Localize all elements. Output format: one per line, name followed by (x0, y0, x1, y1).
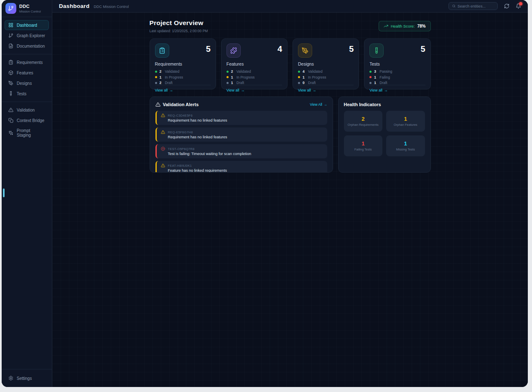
status-dot (369, 82, 372, 84)
stat-label: Tests (369, 61, 425, 66)
status-count: 1 (160, 75, 163, 79)
indicator-value: 1 (361, 141, 364, 146)
indicator-orphan-requirements: 2 Orphan Requirements (344, 111, 383, 132)
page-header-subtitle: DDC Mission Control (94, 5, 129, 9)
health-indicators-title: Health Indicators (344, 102, 381, 107)
sidebar-scrollbar-thumb[interactable] (3, 188, 5, 197)
status-label: Validated (237, 69, 251, 74)
search-box[interactable] (448, 2, 498, 10)
stat-label: Designs (298, 61, 354, 66)
indicator-label: Failing Tests (354, 148, 372, 151)
alert-item[interactable]: REQ-C3D4E5F6 Requirement has no linked f… (155, 111, 327, 125)
page-title: Project Overview (150, 19, 208, 27)
sidebar-group-entities: Requirements Features Designs Tests (2, 54, 52, 102)
sidebar-item-context-bridge[interactable]: Context Bridge (5, 115, 49, 125)
sidebar-item-designs[interactable]: Designs (5, 78, 49, 88)
package-icon (8, 70, 13, 75)
status-dot (155, 82, 157, 84)
pen-tool-icon (8, 81, 13, 86)
clipboard-icon (8, 60, 13, 65)
stat-label: Features (227, 61, 282, 66)
alert-triangle-icon (8, 107, 13, 112)
sidebar-item-label: Graph Explorer (17, 33, 45, 38)
indicator-label: Orphan Features (394, 123, 417, 127)
view-all-requirements-link[interactable]: View all→ (155, 85, 211, 92)
arrow-right-icon: → (384, 88, 388, 92)
status-count: 1 (231, 81, 234, 85)
stat-total: 5 (420, 45, 425, 53)
view-all-designs-link[interactable]: View all→ (298, 85, 354, 92)
view-all-alerts-link[interactable]: View All→ (310, 102, 327, 107)
status-count: 1 (374, 81, 377, 85)
view-all-tests-link[interactable]: View all→ (369, 85, 425, 92)
stat-total: 4 (277, 45, 282, 53)
test-tube-icon (373, 47, 380, 54)
main-column: Dashboard DDC Mission Control (52, 0, 528, 387)
status-label: Passing (379, 69, 392, 74)
sidebar-item-requirements[interactable]: Requirements (5, 57, 49, 67)
alert-entity-id: REQ-E5F6G7H8 (168, 130, 193, 134)
sidebar-item-label: Dashboard (17, 23, 37, 28)
validation-alerts-panel: Validation Alerts View All→ REQ-C3D4E5F6 (150, 97, 333, 173)
indicator-value: 1 (404, 141, 407, 146)
clipboard-icon (159, 47, 165, 54)
status-dot (369, 76, 372, 78)
copy-icon (8, 118, 13, 123)
status-row: 1 In Progress (298, 75, 354, 79)
indicator-orphan-features: 1 Orphan Features (386, 111, 425, 132)
status-count: 1 (231, 75, 234, 79)
page-header-title: Dashboard (59, 3, 89, 9)
sidebar-footer: Settings (2, 369, 52, 387)
sparkles-icon (8, 130, 13, 135)
arrow-right-icon: → (241, 88, 245, 92)
alert-message: Test is failing: Timeout waiting for sca… (168, 152, 323, 156)
brand-name: DDC (19, 4, 41, 9)
status-label: Draft (379, 81, 387, 85)
alert-item[interactable]: TEST-O5P6Q7R8 Test is failing: Timeout w… (155, 144, 327, 158)
notification-badge (519, 2, 522, 5)
health-score-badge: Health Score: 78% (379, 21, 431, 31)
sidebar-item-label: Requirements (17, 60, 43, 65)
arrow-right-icon: → (169, 88, 173, 92)
sidebar-item-settings[interactable]: Settings (5, 373, 49, 383)
sidebar-item-documentation[interactable]: Documentation (5, 41, 49, 51)
status-count: 2 (160, 69, 163, 74)
warning-triangle-icon (161, 163, 165, 168)
status-label: Draft (237, 81, 244, 85)
view-all-features-link[interactable]: View all→ (227, 85, 282, 92)
status-row: 1 In Progress (155, 75, 211, 79)
sidebar-item-validation[interactable]: Validation (5, 105, 49, 115)
status-row: 1 Draft (227, 81, 282, 85)
status-dot (227, 82, 229, 84)
gear-icon (8, 376, 13, 381)
validation-alerts-title: Validation Alerts (155, 102, 199, 107)
brand-block[interactable]: DDC Mission Control (2, 0, 52, 17)
refresh-button[interactable] (504, 3, 509, 9)
sidebar-item-features[interactable]: Features (5, 68, 49, 78)
status-dot (155, 71, 157, 73)
sidebar-item-prompt-staging[interactable]: Prompt Staging (5, 126, 49, 140)
layout-grid-icon (8, 23, 13, 28)
status-count: 2 (160, 81, 163, 85)
alert-entity-id: FEAT-H8I9J0K1 (168, 164, 192, 168)
warning-triangle-icon (161, 130, 165, 134)
status-count: 4 (303, 69, 305, 74)
sidebar-item-graph-explorer[interactable]: Graph Explorer (5, 31, 49, 41)
sidebar-item-label: Tests (17, 92, 26, 96)
indicator-missing-tests: 1 Missing Tests (386, 135, 425, 156)
status-label: Draft (308, 81, 316, 85)
search-input[interactable] (458, 4, 494, 8)
health-score-label: Health Score: (391, 24, 415, 28)
stat-card-designs: 5 Designs 4 Validated 1 (293, 38, 359, 89)
alert-message: Requirement has no linked features (168, 135, 323, 139)
status-dot (369, 71, 372, 73)
alert-item[interactable]: FEAT-H8I9J0K1 Feature has no linked requ… (155, 161, 327, 173)
puzzle-icon (230, 47, 237, 54)
sidebar-item-tests[interactable]: Tests (5, 89, 49, 99)
indicator-label: Missing Tests (396, 148, 415, 151)
notifications-button[interactable] (516, 3, 521, 9)
sidebar-spacer (2, 143, 52, 369)
alert-item[interactable]: REQ-E5F6G7H8 Requirement has no linked f… (155, 127, 327, 142)
status-dot (298, 71, 300, 73)
sidebar-item-dashboard[interactable]: Dashboard (5, 20, 49, 30)
